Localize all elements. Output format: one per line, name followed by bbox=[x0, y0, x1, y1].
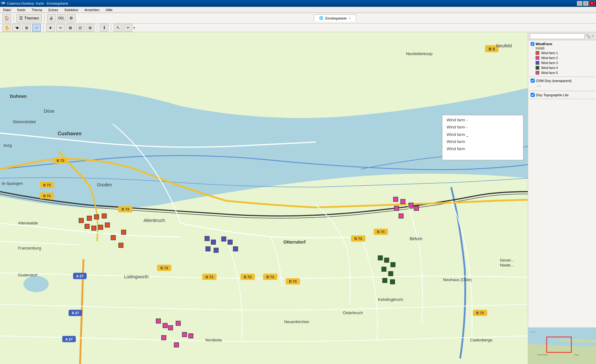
svg-text:Altenbruch: Altenbruch bbox=[143, 218, 165, 223]
topo-checkbox[interactable] bbox=[531, 93, 535, 97]
svg-text:Nordsee: Nordsee bbox=[530, 331, 536, 333]
svg-rect-83 bbox=[384, 258, 389, 262]
tab-area: 🌐 Einstiegskarte ✕ bbox=[77, 15, 594, 22]
menu-selektion[interactable]: Selektion bbox=[62, 7, 80, 12]
osm-layer-header[interactable]: OSM Disy (transparent) bbox=[529, 78, 595, 83]
topo-layer-header[interactable]: Disy Topographie Lite bbox=[529, 92, 595, 98]
svg-rect-79 bbox=[409, 203, 414, 208]
farm5-label: Wind farm 5 bbox=[541, 71, 558, 75]
print-button[interactable]: 🖨 bbox=[47, 14, 56, 22]
minimize-button[interactable]: ─ bbox=[577, 1, 582, 6]
svg-text:Wind farm _: Wind farm _ bbox=[447, 132, 469, 137]
svg-text:Franzenburg: Franzenburg bbox=[18, 246, 41, 250]
svg-rect-91 bbox=[168, 326, 173, 330]
map-toolbar-sep-3 bbox=[111, 24, 111, 31]
close-button[interactable]: ✕ bbox=[589, 1, 595, 6]
svg-text:Osterbruch: Osterbruch bbox=[343, 310, 363, 315]
tab-einstiegskarte[interactable]: 🌐 Einstiegskarte ✕ bbox=[314, 15, 356, 22]
farm2-label: Wind farm 2 bbox=[541, 56, 558, 60]
windfarm-layer-header[interactable]: WindFarm bbox=[529, 41, 595, 46]
wave-container: 〰 bbox=[529, 83, 595, 89]
zoom-rect-button[interactable]: ⊠ bbox=[66, 24, 75, 32]
svg-rect-68 bbox=[119, 243, 123, 248]
svg-rect-66 bbox=[121, 230, 126, 235]
search-input[interactable] bbox=[530, 33, 585, 39]
menu-thema[interactable]: Thema bbox=[30, 7, 44, 12]
search-bar: 🔍 ✕ bbox=[528, 32, 596, 40]
svg-rect-59 bbox=[87, 216, 92, 221]
svg-rect-95 bbox=[161, 336, 166, 340]
svg-text:Cadenberge: Cadenberge bbox=[470, 338, 493, 342]
search-icon[interactable]: 🔍 bbox=[586, 34, 590, 38]
svg-rect-81 bbox=[399, 214, 403, 219]
svg-text:B 73: B 73 bbox=[377, 230, 385, 234]
tab-close-icon[interactable]: ✕ bbox=[348, 17, 351, 20]
zoom-selection-button[interactable]: ⊞ bbox=[86, 24, 94, 32]
svg-rect-78 bbox=[394, 206, 399, 211]
svg-text:B 73: B 73 bbox=[57, 158, 64, 162]
main-toolbar: 🏠 ☰ Themen 🖨 SQL ⚙ 🌐 Einstiegskarte ✕ bbox=[0, 13, 596, 24]
svg-rect-64 bbox=[98, 225, 103, 230]
grid-tool[interactable]: ⊞ bbox=[22, 24, 31, 32]
osm-checkbox[interactable] bbox=[531, 79, 535, 83]
farm3-icon bbox=[536, 61, 539, 65]
touch-tool[interactable]: ☞ bbox=[32, 24, 41, 32]
svg-rect-72 bbox=[214, 248, 218, 253]
svg-point-1 bbox=[24, 276, 49, 292]
select-pan-tool[interactable]: ☚ bbox=[12, 24, 21, 32]
windfarm-sub-header: NAME bbox=[529, 46, 595, 50]
windfarm-layer-group: WindFarm NAME Wind farm 1 Wind farm 2 Wi… bbox=[529, 41, 595, 75]
menu-karte[interactable]: Karte bbox=[15, 7, 27, 12]
svg-rect-94 bbox=[189, 334, 193, 338]
wave-icon: 〰 bbox=[536, 84, 542, 89]
menu-ansichten[interactable]: Ansichten bbox=[83, 7, 101, 12]
titlebar: 🗺 Cadenza Desktop: Karte - Einstiegskart… bbox=[0, 0, 596, 7]
svg-rect-85 bbox=[382, 267, 386, 271]
mini-map[interactable]: Deutschland Kasa... Nordsee bbox=[528, 327, 596, 364]
svg-text:Neuhaus (Oste): Neuhaus (Oste) bbox=[443, 277, 471, 282]
farm1-label: Wind farm 1 bbox=[541, 51, 558, 55]
svg-rect-67 bbox=[111, 235, 116, 240]
layer-divider-2 bbox=[529, 91, 595, 91]
svg-text:Belum: Belum bbox=[410, 236, 422, 241]
clear-search-icon[interactable]: ✕ bbox=[592, 34, 594, 38]
svg-rect-76 bbox=[393, 197, 398, 202]
menu-hilfe[interactable]: Hilfe bbox=[104, 7, 114, 12]
zoom-full-button[interactable]: ⊡ bbox=[76, 24, 85, 32]
menu-datei[interactable]: Datei bbox=[1, 7, 13, 12]
menu-extras[interactable]: Extras bbox=[46, 7, 60, 12]
svg-rect-73 bbox=[221, 237, 226, 241]
svg-text:Gudendorf: Gudendorf bbox=[18, 273, 37, 277]
svg-rect-84 bbox=[391, 262, 395, 267]
windfarm-item-5: Wind farm 5 bbox=[529, 70, 595, 75]
measure-dropdown[interactable]: ▾ bbox=[134, 26, 135, 29]
svg-rect-58 bbox=[79, 218, 84, 223]
svg-text:B 73: B 73 bbox=[160, 266, 168, 270]
windfarm-item-2: Wind farm 2 bbox=[529, 55, 595, 60]
themes-button[interactable]: ☰ Themen bbox=[16, 14, 42, 22]
svg-text:Wind farm -: Wind farm - bbox=[447, 118, 468, 122]
export-button[interactable]: SQL bbox=[57, 14, 66, 22]
osm-label: OSM Disy (transparent) bbox=[536, 79, 572, 83]
pan-tool[interactable]: ✋ bbox=[2, 24, 11, 32]
svg-text:Gever...: Gever... bbox=[500, 258, 514, 262]
info-button[interactable]: ℹ bbox=[100, 24, 108, 32]
svg-text:B 73: B 73 bbox=[43, 194, 51, 198]
windfarm-checkbox[interactable] bbox=[531, 42, 534, 46]
svg-rect-71 bbox=[206, 247, 210, 251]
measure-button[interactable]: ━ bbox=[124, 24, 132, 32]
restore-button[interactable]: □ bbox=[583, 1, 589, 6]
svg-text:B 73: B 73 bbox=[122, 207, 129, 211]
svg-text:Otterndorf: Otterndorf bbox=[283, 240, 306, 245]
zoom-out-button[interactable]: − bbox=[56, 24, 65, 32]
map-area[interactable]: B 5 B 73 B 73 B 73 B 73 B 73 B 73 B 73 B… bbox=[0, 32, 528, 364]
map-toolbar-sep-2 bbox=[97, 24, 97, 31]
cursor-tool[interactable]: ↖ bbox=[114, 24, 122, 32]
svg-text:Neuenkirchen: Neuenkirchen bbox=[284, 319, 309, 324]
svg-rect-89 bbox=[156, 319, 161, 323]
windfarm-item-1: Wind farm 1 bbox=[529, 50, 595, 55]
svg-rect-87 bbox=[383, 278, 387, 283]
zoom-in-button[interactable]: + bbox=[46, 24, 55, 32]
home-button[interactable]: 🏠 bbox=[2, 14, 11, 22]
config-button[interactable]: ⚙ bbox=[67, 14, 76, 22]
